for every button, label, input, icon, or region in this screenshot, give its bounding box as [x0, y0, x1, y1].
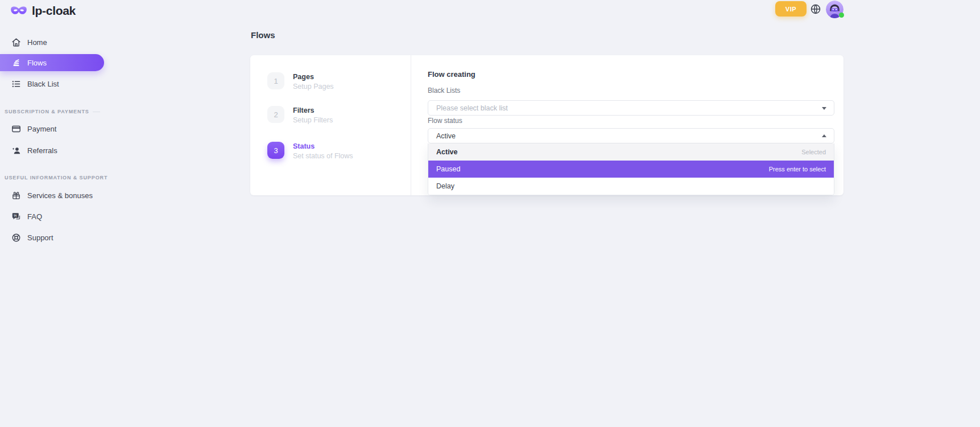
step-subtitle: Setup Pages	[293, 83, 334, 91]
step-pages[interactable]: 1 Pages Setup Pages	[267, 72, 334, 91]
sidebar-section-subscription: SUBSCRIPTION & PAYMENTS	[5, 109, 100, 114]
step-title: Pages	[293, 73, 334, 81]
step-title: Filters	[293, 106, 333, 114]
black-lists-select[interactable]	[428, 100, 834, 116]
step-status[interactable]: 3 Status Set status of Flows	[267, 142, 353, 160]
sidebar-item-home[interactable]: Home	[0, 35, 104, 50]
card-divider	[411, 55, 411, 195]
faq-bubble-icon: ?!	[11, 212, 21, 221]
svg-text:?!: ?!	[14, 214, 17, 217]
sidebar-item-payment[interactable]: Payment	[0, 121, 104, 136]
sidebar-item-faq[interactable]: ?! FAQ	[0, 209, 104, 224]
user-avatar[interactable]	[826, 1, 843, 18]
page-title: Flows	[251, 30, 275, 40]
flow-status-dropdown: Active Selected Paused Press enter to se…	[428, 143, 834, 195]
sidebar-item-flows[interactable]: Flows	[0, 54, 104, 71]
option-hint: Selected	[801, 149, 826, 155]
sidebar-item-support[interactable]: Support	[0, 230, 104, 245]
step-title: Status	[293, 142, 353, 150]
form-heading: Flow creating	[428, 70, 475, 79]
person-add-icon	[11, 146, 21, 155]
language-globe-button[interactable]	[810, 3, 821, 15]
black-lists-input[interactable]	[436, 104, 826, 112]
option-label: Paused	[436, 165, 460, 173]
sidebar-item-label: Support	[27, 233, 53, 242]
section-header-label: USEFUL INFORMATION & SUPPORT	[5, 175, 107, 180]
online-status-dot	[839, 13, 844, 18]
flow-status-value: Active	[436, 132, 456, 140]
option-label: Delay	[436, 182, 454, 190]
sidebar-item-label: Home	[27, 38, 47, 47]
app-logo[interactable]: lp-cloak	[10, 4, 76, 18]
option-label: Active	[436, 148, 458, 156]
chevron-up-icon	[822, 134, 826, 137]
flow-creating-card: 1 Pages Setup Pages 2 Filters Setup Filt…	[250, 55, 843, 195]
step-number-badge: 1	[267, 72, 284, 89]
dropdown-option-paused[interactable]: Paused Press enter to select	[428, 161, 834, 178]
brand-name: lp-cloak	[32, 4, 76, 18]
mask-logo-icon	[10, 5, 27, 17]
globe-icon	[810, 3, 821, 15]
gift-icon	[11, 191, 21, 200]
step-filters[interactable]: 2 Filters Setup Filters	[267, 106, 333, 124]
flow-status-label: Flow status	[428, 117, 462, 125]
dropdown-option-delay[interactable]: Delay	[428, 178, 834, 195]
flow-status-select[interactable]: Active	[428, 128, 834, 143]
step-subtitle: Setup Filters	[293, 116, 333, 124]
sidebar-section-support: USEFUL INFORMATION & SUPPORT	[5, 175, 100, 180]
flows-stack-icon	[11, 58, 21, 68]
sidebar-item-label: Payment	[27, 125, 56, 133]
black-lists-label: Black Lists	[428, 87, 460, 95]
step-number-badge: 2	[267, 106, 284, 123]
dropdown-option-active[interactable]: Active Selected	[428, 143, 834, 161]
lifebuoy-icon	[11, 233, 21, 243]
vip-button[interactable]: VIP	[775, 1, 807, 17]
sidebar-item-referrals[interactable]: Referrals	[0, 143, 104, 158]
sidebar-item-label: Black List	[27, 80, 59, 88]
step-number-badge: 3	[267, 142, 284, 159]
credit-card-icon	[11, 124, 21, 134]
sidebar-item-black-list[interactable]: Black List	[0, 76, 104, 91]
home-icon	[11, 38, 21, 47]
list-icon	[11, 79, 21, 89]
sidebar-item-label: Referrals	[27, 146, 57, 155]
chevron-down-icon	[822, 107, 826, 110]
sidebar-item-label: FAQ	[27, 212, 42, 221]
sidebar-item-services[interactable]: Services & bonuses	[0, 188, 104, 203]
option-hint: Press enter to select	[769, 166, 826, 173]
sidebar-item-label: Flows	[27, 59, 47, 67]
section-header-label: SUBSCRIPTION & PAYMENTS	[5, 109, 89, 114]
step-subtitle: Set status of Flows	[293, 152, 353, 160]
sidebar-item-label: Services & bonuses	[27, 191, 93, 200]
